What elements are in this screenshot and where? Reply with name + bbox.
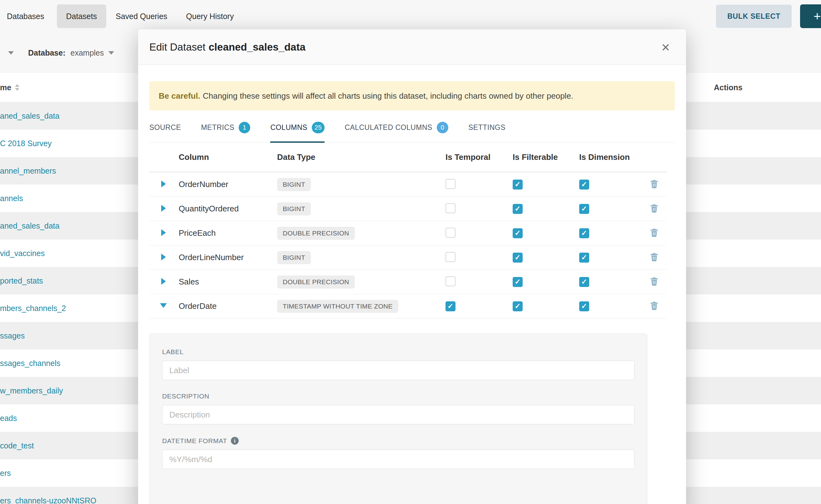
- modal-title-prefix: Edit Dataset: [149, 41, 205, 53]
- delete-column-icon[interactable]: [650, 204, 659, 213]
- column-detail-panel: LABEL DESCRIPTION DATETIME FORMAT: [149, 334, 647, 504]
- column-name: OrderLineNumber: [179, 253, 277, 262]
- is-filterable-checkbox[interactable]: [513, 204, 523, 214]
- expand-caret-icon[interactable]: [161, 229, 166, 236]
- is-dimension-checkbox[interactable]: [579, 180, 589, 190]
- nav-item-saved-queries[interactable]: Saved Queries: [106, 4, 176, 28]
- column-header-name[interactable]: me: [0, 83, 11, 92]
- is-dimension-checkbox[interactable]: [579, 253, 589, 263]
- modal-title-dataset-name: cleaned_sales_data: [209, 41, 305, 53]
- dataset-link[interactable]: aned_sales_data: [0, 111, 59, 121]
- delete-column-icon[interactable]: [650, 179, 659, 189]
- is-filterable-checkbox[interactable]: [513, 228, 523, 238]
- add-dataset-button[interactable]: +: [800, 4, 821, 28]
- dataset-link[interactable]: C 2018 Survey: [0, 139, 52, 148]
- datetime-format-input[interactable]: [162, 450, 635, 469]
- delete-column-icon[interactable]: [650, 277, 659, 286]
- label-field-label: LABEL: [162, 348, 635, 356]
- is-filterable-checkbox[interactable]: [513, 277, 523, 287]
- dataset-link[interactable]: annels: [0, 194, 23, 203]
- info-icon[interactable]: [231, 437, 239, 445]
- is-temporal-checkbox[interactable]: [446, 203, 456, 213]
- data-type-pill: DOUBLE PRECISION: [277, 275, 355, 289]
- bulk-select-button[interactable]: BULK SELECT: [716, 5, 792, 28]
- dataset-link[interactable]: ssages_channels: [0, 359, 60, 368]
- tab-settings[interactable]: SETTINGS: [468, 122, 506, 143]
- is-temporal-checkbox[interactable]: [446, 301, 456, 311]
- is-filterable-checkbox[interactable]: [513, 253, 523, 263]
- description-field-label: DESCRIPTION: [162, 393, 635, 400]
- database-filter-label: Database:: [28, 48, 66, 57]
- metrics-count-badge: 1: [239, 122, 250, 133]
- chevron-down-icon[interactable]: [8, 51, 14, 55]
- header-is-filterable: Is Filterable: [513, 152, 579, 162]
- delete-column-icon[interactable]: [650, 301, 659, 310]
- delete-column-icon[interactable]: [650, 252, 659, 262]
- tab-columns-label: COLUMNS: [270, 123, 307, 132]
- modal-tabs: SOURCE METRICS 1 COLUMNS 25 CALCULATED C…: [149, 122, 675, 142]
- modal-header: Edit Datasetcleaned_sales_data ×: [138, 29, 686, 65]
- is-temporal-checkbox[interactable]: [446, 179, 456, 189]
- expand-caret-icon[interactable]: [161, 180, 166, 187]
- header-column: Column: [179, 152, 277, 162]
- datetime-format-field-label: DATETIME FORMAT: [162, 437, 635, 445]
- is-dimension-checkbox[interactable]: [579, 277, 589, 287]
- is-dimension-checkbox[interactable]: [579, 301, 589, 311]
- warning-emphasis: Be careful.: [159, 91, 200, 101]
- expand-caret-icon[interactable]: [161, 254, 166, 260]
- dataset-link[interactable]: ported_stats: [0, 276, 43, 285]
- dataset-link[interactable]: w_members_daily: [0, 386, 63, 395]
- close-icon[interactable]: ×: [661, 40, 670, 54]
- data-type-pill: BIGINT: [277, 178, 311, 191]
- warning-message: Changing these settings will affect all …: [203, 91, 573, 101]
- dataset-link[interactable]: mbers_channels_2: [0, 304, 66, 313]
- calculated-columns-count-badge: 0: [437, 122, 448, 133]
- database-filter-value[interactable]: examples: [71, 48, 104, 57]
- is-dimension-checkbox[interactable]: [579, 228, 589, 238]
- dataset-link[interactable]: aned_sales_data: [0, 221, 59, 230]
- description-field-group: DESCRIPTION: [162, 393, 635, 424]
- sort-icon[interactable]: [15, 84, 19, 91]
- tab-metrics-label: METRICS: [201, 123, 234, 132]
- tab-metrics[interactable]: METRICS 1: [201, 122, 250, 143]
- is-temporal-checkbox[interactable]: [446, 228, 456, 238]
- nav-item-query-history[interactable]: Query History: [177, 4, 243, 28]
- columns-table: Column Data Type Is Temporal Is Filterab…: [149, 142, 666, 319]
- header-is-dimension: Is Dimension: [579, 152, 642, 162]
- is-dimension-checkbox[interactable]: [579, 204, 589, 214]
- column-name: Sales: [179, 277, 277, 287]
- label-input[interactable]: [162, 361, 635, 380]
- dataset-link[interactable]: ers: [0, 469, 11, 478]
- tab-source-label: SOURCE: [149, 123, 181, 132]
- chevron-down-icon[interactable]: [108, 51, 114, 55]
- tab-columns[interactable]: COLUMNS 25: [270, 122, 324, 143]
- header-is-temporal: Is Temporal: [446, 152, 513, 162]
- table-row: Sales DOUBLE PRECISION: [149, 270, 666, 294]
- delete-column-icon[interactable]: [650, 228, 659, 237]
- dataset-link[interactable]: annel_members: [0, 166, 56, 175]
- description-input[interactable]: [162, 405, 635, 424]
- collapse-caret-icon[interactable]: [160, 303, 167, 308]
- nav-item-databases[interactable]: Databases: [7, 4, 57, 28]
- is-temporal-checkbox[interactable]: [446, 252, 456, 262]
- warning-banner: Be careful.Changing these settings will …: [149, 81, 675, 111]
- edit-dataset-modal: Edit Datasetcleaned_sales_data × Be care…: [138, 29, 686, 504]
- nav-item-datasets[interactable]: Datasets: [57, 4, 106, 28]
- dataset-link[interactable]: ssages: [0, 331, 25, 340]
- is-temporal-checkbox[interactable]: [446, 276, 456, 286]
- table-row: OrderNumber BIGINT: [149, 172, 666, 197]
- table-row: OrderDate TIMESTAMP WITHOUT TIME ZONE: [149, 294, 666, 319]
- tab-source[interactable]: SOURCE: [149, 122, 181, 143]
- dataset-link[interactable]: vid_vaccines: [0, 249, 45, 258]
- dataset-link[interactable]: code_test: [0, 441, 34, 450]
- columns-count-badge: 25: [312, 122, 324, 133]
- tab-calculated-columns[interactable]: CALCULATED COLUMNS 0: [344, 122, 448, 143]
- expand-caret-icon[interactable]: [161, 278, 166, 285]
- header-data-type: Data Type: [277, 152, 446, 162]
- is-filterable-checkbox[interactable]: [513, 301, 523, 311]
- column-name: OrderDate: [179, 301, 277, 311]
- is-filterable-checkbox[interactable]: [513, 180, 523, 190]
- dataset-link[interactable]: ers_channels-uzooNNtSRO: [0, 496, 96, 504]
- dataset-link[interactable]: eads: [0, 414, 17, 423]
- expand-caret-icon[interactable]: [161, 205, 166, 212]
